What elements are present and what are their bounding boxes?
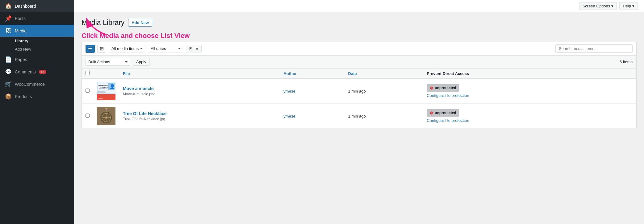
- svg-text:ymese: ymese: [98, 97, 103, 99]
- dashboard-icon: 🏠: [5, 3, 12, 10]
- sidebar-subitem-add-new[interactable]: Add New: [15, 45, 74, 53]
- page-title-row: Media Library Add New: [82, 19, 637, 27]
- comments-badge: 13: [39, 70, 46, 74]
- svg-rect-6: [98, 90, 107, 90]
- table-row: Tree Of Life Necklace Tree-Of-Life-Neckl…: [82, 104, 637, 129]
- media-table: File Author Date Prevent Direct Access: [82, 68, 637, 129]
- sidebar-item-label: Pages: [15, 57, 27, 62]
- row-file-cell: Tree Of Life Necklace Tree-Of-Life-Neckl…: [119, 104, 280, 129]
- filter-button[interactable]: Filter: [186, 45, 202, 52]
- author-column-link[interactable]: Author: [283, 71, 297, 76]
- main-content: Screen Options ▾ Help ▾ Media Library Ad…: [74, 0, 644, 224]
- sidebar-item-posts[interactable]: 📌 Posts: [0, 12, 74, 25]
- row-author-cell: ymese: [280, 104, 344, 129]
- annotation-area: Click Media and choose List View: [82, 32, 637, 40]
- sidebar-item-comments[interactable]: 💬 Comments 13: [0, 66, 74, 78]
- sidebar: 🏠 Dashboard 📌 Posts 🖼 Media Library Add …: [0, 0, 74, 224]
- thumb-marketing: MARKETING ASSISTANT 👤 ymese: [97, 82, 115, 100]
- file-title-link[interactable]: Move a muscle: [123, 86, 154, 91]
- bulk-actions-select[interactable]: Bulk Actions Delete Permanently: [86, 58, 130, 66]
- apply-button[interactable]: Apply: [133, 58, 150, 66]
- sidebar-item-label: Posts: [15, 16, 26, 21]
- th-author: Author: [280, 68, 344, 79]
- content-area: Media Library Add New Click Media and ch…: [74, 12, 644, 224]
- select-all-checkbox[interactable]: [86, 71, 90, 75]
- grid-view-icon: ⊞: [100, 46, 104, 51]
- svg-text:ASSISTANT: ASSISTANT: [99, 87, 108, 89]
- bulk-actions-bar: Bulk Actions Delete Permanently Apply 6 …: [82, 55, 637, 68]
- pda-status: unprotected: [435, 86, 456, 90]
- sidebar-subitem-library[interactable]: Library: [15, 37, 74, 45]
- row-checkbox[interactable]: [86, 89, 90, 93]
- pages-icon: 📄: [5, 56, 12, 63]
- items-count: 6 items: [620, 60, 633, 64]
- row-checkbox-cell: [82, 79, 94, 104]
- svg-text:MARKETING: MARKETING: [98, 85, 108, 86]
- instruction-text: Click Media and choose List View: [82, 32, 637, 40]
- configure-link[interactable]: Configure file protection: [427, 93, 633, 98]
- media-icon: 🖼: [5, 27, 12, 34]
- row-pda-cell: ⊗ unprotected Configure file protection: [423, 79, 636, 104]
- author-link[interactable]: ymese: [283, 114, 295, 118]
- sidebar-item-dashboard[interactable]: 🏠 Dashboard: [0, 0, 74, 12]
- sidebar-item-label: WooCommerce: [15, 82, 45, 87]
- row-date-cell: 1 min ago: [345, 104, 423, 129]
- row-date-cell: 1 min ago: [345, 79, 423, 104]
- grid-view-button[interactable]: ⊞: [97, 45, 106, 53]
- filter-media-select[interactable]: All media items Images Audio Video Docum…: [109, 45, 145, 52]
- sidebar-item-label: Media: [15, 28, 27, 33]
- sidebar-item-woocommerce[interactable]: 🛒 WooCommerce: [0, 78, 74, 90]
- add-new-button[interactable]: Add New: [128, 19, 152, 27]
- woocommerce-icon: 🛒: [5, 81, 12, 88]
- row-pda-cell: ⊗ unprotected Configure file protection: [423, 104, 636, 129]
- pda-status: unprotected: [435, 111, 456, 115]
- th-file: File: [119, 68, 280, 79]
- search-input[interactable]: [555, 44, 633, 53]
- help-button[interactable]: Help ▾: [619, 2, 638, 10]
- th-thumb: [93, 68, 119, 79]
- table-row: MARKETING ASSISTANT 👤 ymese Move a muscl…: [82, 79, 637, 104]
- list-view-button[interactable]: ☰: [86, 45, 95, 53]
- chevron-down-icon: ▾: [611, 4, 613, 8]
- svg-point-19: [105, 117, 107, 118]
- sidebar-item-label: Comments: [15, 69, 36, 74]
- bulk-left: Bulk Actions Delete Permanently Apply: [86, 58, 150, 66]
- unprotected-badge: ⊗ unprotected: [427, 109, 459, 117]
- file-column-link[interactable]: File: [123, 71, 130, 76]
- row-checkbox[interactable]: [86, 114, 90, 118]
- thumb-necklace: [97, 107, 115, 125]
- posts-icon: 📌: [5, 15, 12, 22]
- th-date: Date: [345, 68, 423, 79]
- list-view-icon: ☰: [88, 46, 92, 51]
- row-thumb-cell: MARKETING ASSISTANT 👤 ymese: [93, 79, 119, 104]
- sidebar-item-label: Dashboard: [15, 4, 36, 9]
- products-icon: 📦: [5, 93, 12, 100]
- svg-rect-8: [98, 92, 106, 93]
- unprotected-badge: ⊗ unprotected: [427, 84, 459, 92]
- row-author-cell: ymese: [280, 79, 344, 104]
- screen-options-button[interactable]: Screen Options ▾: [579, 2, 617, 10]
- toolbar: ☰ ⊞ All media items Images Audio Video D…: [82, 42, 637, 55]
- svg-text:👤: 👤: [110, 84, 115, 89]
- date-column-link[interactable]: Date: [348, 71, 357, 76]
- sidebar-item-pages[interactable]: 📄 Pages: [0, 53, 74, 66]
- row-file-cell: Move a muscle Move-a-muscle.png: [119, 79, 280, 104]
- filter-dates-select[interactable]: All dates January 2024 February 2024: [148, 45, 183, 52]
- sidebar-item-label: Products: [15, 94, 32, 99]
- sidebar-media-submenu: Library Add New: [0, 37, 74, 53]
- x-icon: ⊗: [430, 85, 433, 90]
- sidebar-item-media[interactable]: 🖼 Media: [0, 25, 74, 37]
- x-icon: ⊗: [430, 110, 433, 115]
- row-checkbox-cell: [82, 104, 94, 129]
- file-name: Move-a-muscle.png: [123, 92, 276, 96]
- row-thumb-cell: [93, 104, 119, 129]
- page-title: Media Library: [82, 19, 124, 27]
- comments-icon: 💬: [5, 68, 12, 75]
- topbar: Screen Options ▾ Help ▾: [74, 0, 644, 12]
- author-link[interactable]: ymese: [283, 89, 295, 93]
- chevron-down-icon: ▾: [632, 4, 634, 8]
- configure-link[interactable]: Configure file protection: [427, 118, 633, 123]
- sidebar-item-products[interactable]: 📦 Products: [0, 90, 74, 103]
- table-body: MARKETING ASSISTANT 👤 ymese Move a muscl…: [82, 79, 637, 129]
- file-title-link[interactable]: Tree Of Life Necklace: [123, 111, 167, 116]
